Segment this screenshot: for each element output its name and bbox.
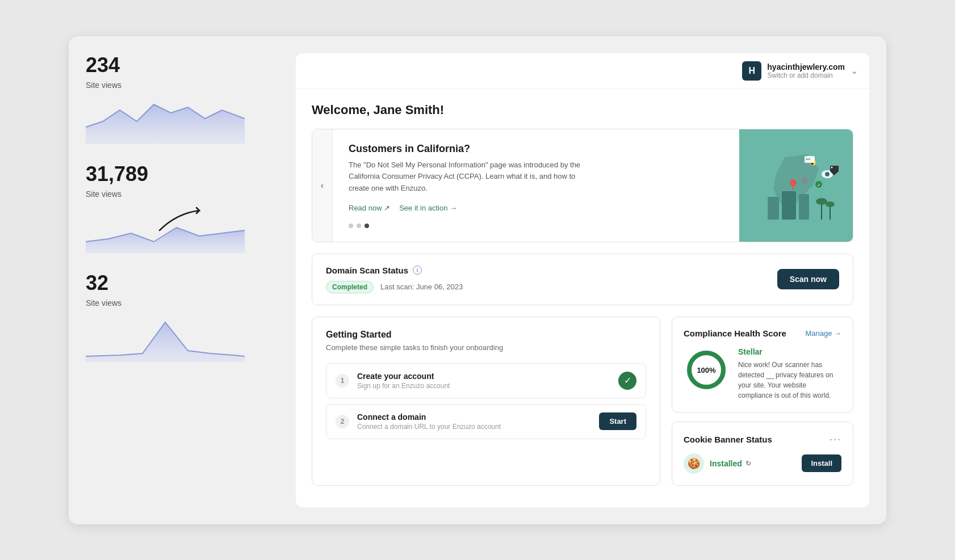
dot-2 [357, 224, 361, 228]
dot-3 [365, 224, 369, 228]
compliance-body: 100% Stellar Nice work! Our scanner has … [684, 347, 841, 401]
task-start-button[interactable]: Start [599, 412, 636, 430]
svg-point-23 [831, 166, 833, 168]
task-num-2: 2 [336, 415, 349, 428]
info-icon[interactable]: i [413, 266, 422, 275]
domain-info: hyacinthjewlery.com Switch or add domain [767, 62, 845, 79]
chevron-left-icon: ‹ [321, 180, 324, 191]
svg-rect-6 [782, 191, 796, 220]
left-panel: 234 Site views 31,789 Site views [86, 53, 279, 507]
stat-block-2: 31,789 Site views [86, 162, 279, 253]
scan-card-content: Domain Scan Status i Completed Last scan… [326, 266, 768, 293]
promo-image: ★ *** ✓ [739, 129, 853, 242]
see-action-link[interactable]: See it in action → [399, 204, 457, 212]
bottom-row: Getting Started Complete these simple ta… [312, 317, 853, 486]
dot-1 [349, 224, 353, 228]
promo-title: Customers in California? [349, 143, 723, 155]
more-options-button[interactable]: ··· [830, 433, 841, 445]
svg-rect-5 [768, 197, 779, 220]
stat-block-3: 32 Site views [86, 271, 279, 362]
task-item-1: 1 Create your account Sign up for an Enz… [326, 363, 646, 398]
scan-status-row: Completed Last scan: June 06, 2023 [326, 281, 768, 293]
gauge-chart: 100% [684, 347, 729, 393]
cookie-header: Cookie Banner Status ··· [684, 433, 841, 445]
promo-prev-button[interactable]: ‹ [312, 129, 333, 242]
install-button[interactable]: Install [802, 454, 841, 472]
svg-rect-7 [799, 194, 809, 220]
compliance-title: Compliance Health Score [684, 329, 786, 338]
task-info-2: Connect a domain Connect a domain URL to… [357, 412, 591, 431]
stat-label-2: Site views [86, 190, 279, 199]
promo-dots [349, 224, 723, 228]
installed-label: Installed ↻ [710, 459, 751, 468]
scan-badge: Completed [326, 281, 374, 293]
svg-point-12 [790, 179, 797, 186]
promo-card: ‹ Customers in California? The "Do Not S… [312, 129, 853, 242]
cookie-status-row: 🍪 Installed ↻ Install [684, 453, 841, 474]
getting-started-title: Getting Started [326, 330, 646, 340]
header: H hyacinthjewlery.com Switch or add doma… [296, 53, 869, 89]
task-info-1: Create your account Sign up for an Enzuz… [357, 372, 610, 390]
domain-avatar: H [742, 61, 761, 81]
read-now-link[interactable]: Read now ↗ [349, 204, 390, 212]
svg-point-9 [816, 198, 827, 205]
task-desc-1: Sign up for an Enzuzo account [357, 382, 610, 390]
svg-text:***: *** [806, 158, 810, 162]
svg-point-11 [826, 201, 835, 207]
scan-card: Domain Scan Status i Completed Last scan… [312, 254, 853, 305]
getting-started-subtitle: Complete these simple tasks to finish yo… [326, 343, 646, 352]
stat-label-3: Site views [86, 298, 279, 308]
chart-area-1 [86, 93, 245, 144]
right-cards: Compliance Health Score Manage → [672, 317, 853, 486]
welcome-title: Welcome, Jane Smith! [312, 103, 853, 117]
stat-block-1: 234 Site views [86, 53, 279, 144]
gauge-label: 100% [697, 365, 715, 374]
task-item-2: 2 Connect a domain Connect a domain URL … [326, 404, 646, 439]
getting-started-card: Getting Started Complete these simple ta… [312, 317, 660, 486]
domain-name: hyacinthjewlery.com [767, 62, 845, 71]
task-desc-2: Connect a domain URL to your Enzuzo acco… [357, 423, 591, 431]
refresh-icon[interactable]: ↻ [745, 460, 751, 468]
scan-title: Domain Scan Status i [326, 266, 768, 275]
compliance-card: Compliance Health Score Manage → [672, 317, 853, 412]
cookie-card: Cookie Banner Status ··· 🍪 Installed ↻ I… [672, 422, 853, 486]
promo-body: Customers in California? The "Do Not Sel… [333, 129, 739, 242]
promo-actions: Read now ↗ See it in action → [349, 204, 723, 212]
chart-area-2 [86, 202, 245, 253]
task-name-1: Create your account [357, 372, 610, 381]
cookie-title: Cookie Banner Status [684, 435, 772, 444]
stat-number-3: 32 [86, 271, 279, 295]
svg-point-19 [825, 172, 830, 176]
svg-text:✓: ✓ [817, 183, 821, 188]
svg-rect-22 [802, 179, 807, 183]
chevron-down-icon[interactable]: ⌄ [851, 65, 858, 76]
main-content: Welcome, Jane Smith! ‹ Customers in Cali… [296, 89, 869, 507]
switch-domain-label[interactable]: Switch or add domain [767, 71, 845, 79]
stellar-label: Stellar [738, 347, 841, 356]
compliance-text: Stellar Nice work! Our scanner has detec… [738, 347, 841, 401]
stat-label-1: Site views [86, 81, 279, 90]
manage-link[interactable]: Manage → [805, 329, 841, 338]
compliance-header: Compliance Health Score Manage → [684, 329, 841, 338]
compliance-desc: Nice work! Our scanner has detected __ p… [738, 360, 841, 401]
task-num-1: 1 [336, 374, 349, 388]
cookie-icon: 🍪 [684, 453, 704, 474]
last-scan-label: Last scan: June 06, 2023 [380, 283, 463, 291]
promo-description: The "Do Not Sell My Personal Information… [349, 159, 587, 195]
stat-number-2: 31,789 [86, 162, 279, 186]
stat-number-1: 234 [86, 53, 279, 77]
chart-area-3 [86, 311, 245, 362]
right-panel: H hyacinthjewlery.com Switch or add doma… [296, 53, 869, 507]
scan-now-button[interactable]: Scan now [777, 269, 839, 289]
task-name-2: Connect a domain [357, 412, 591, 422]
task-check-1: ✓ [618, 372, 636, 390]
